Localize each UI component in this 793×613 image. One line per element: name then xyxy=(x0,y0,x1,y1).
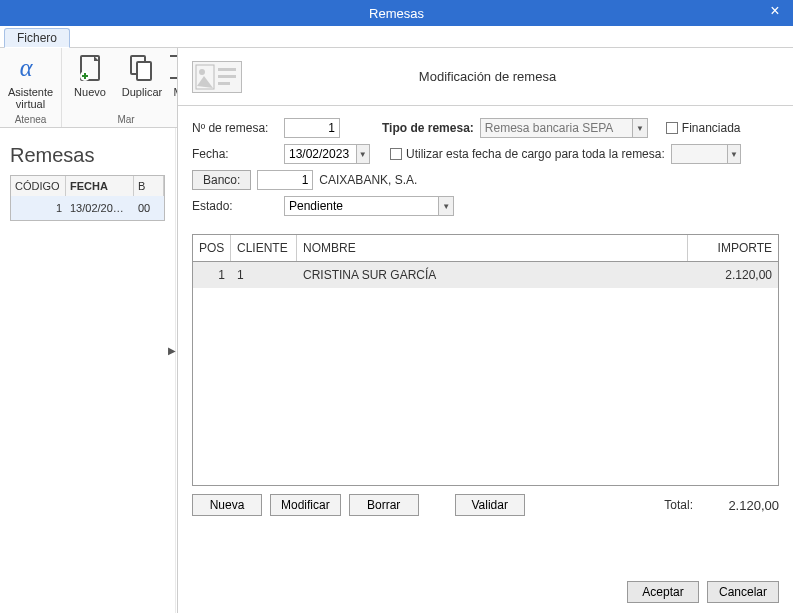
banco-name: CAIXABANK, S.A. xyxy=(319,173,417,187)
left-panel: Remesas CÓDIGO FECHA B 1 13/02/20… 00 xyxy=(0,128,176,613)
menu-tab-bar: Fichero xyxy=(0,26,793,48)
left-grid[interactable]: CÓDIGO FECHA B 1 13/02/20… 00 xyxy=(10,175,165,221)
window-title: Remesas xyxy=(369,6,424,21)
assistant-label: Asistente virtual xyxy=(8,86,53,110)
ribbon-group-atenea: Atenea xyxy=(15,114,47,125)
dialog-title: Modificación de remesa xyxy=(256,69,719,84)
cell-fecha: 13/02/20… xyxy=(66,196,134,220)
expand-handle-icon[interactable]: ▶ xyxy=(168,345,176,356)
edit-remesa-dialog: Modificación de remesa Nº de remesa: Tip… xyxy=(177,48,793,613)
nueva-button[interactable]: Nueva xyxy=(192,494,262,516)
usar-fecha-checkbox[interactable]: Utilizar esta fecha de cargo para toda l… xyxy=(390,147,665,161)
num-remesa-label: Nº de remesa: xyxy=(192,121,278,135)
total-label: Total: xyxy=(664,498,693,512)
checkbox-icon[interactable] xyxy=(666,122,678,134)
usar-fecha-label: Utilizar esta fecha de cargo para toda l… xyxy=(406,147,665,161)
new-doc-icon xyxy=(74,52,106,84)
alpha-icon: α xyxy=(15,52,47,84)
cell-pos: 1 xyxy=(193,262,231,288)
tipo-remesa-label: Tipo de remesa: xyxy=(382,121,474,135)
fecha-cargo-input[interactable] xyxy=(672,145,727,163)
dialog-thumb-icon xyxy=(192,61,242,93)
col-fecha[interactable]: FECHA xyxy=(66,176,134,196)
dialog-form: Nº de remesa: Tipo de remesa: ▼ Financia… xyxy=(178,106,793,226)
fecha-input[interactable] xyxy=(285,145,356,163)
num-remesa-input[interactable] xyxy=(284,118,340,138)
banco-code-input[interactable] xyxy=(257,170,313,190)
svg-rect-9 xyxy=(218,75,236,78)
cell-cliente: 1 xyxy=(231,262,297,288)
cell-importe: 2.120,00 xyxy=(688,262,778,288)
cell-codigo: 1 xyxy=(11,196,66,220)
cell-b: 00 xyxy=(134,196,164,220)
chevron-down-icon[interactable]: ▼ xyxy=(727,145,740,163)
col-codigo[interactable]: CÓDIGO xyxy=(11,176,66,196)
fecha-label: Fecha: xyxy=(192,147,278,161)
total-value: 2.120,00 xyxy=(709,498,779,513)
tipo-remesa-select[interactable] xyxy=(481,119,632,137)
aceptar-button[interactable]: Aceptar xyxy=(627,581,699,603)
window-titlebar: Remesas × xyxy=(0,0,793,26)
col-pos[interactable]: POS xyxy=(193,235,231,261)
chevron-down-icon[interactable]: ▼ xyxy=(356,145,369,163)
cell-nombre: CRISTINA SUR GARCÍA xyxy=(297,262,688,288)
left-grid-row[interactable]: 1 13/02/20… 00 xyxy=(11,196,164,220)
validar-button[interactable]: Validar xyxy=(455,494,525,516)
svg-text:α: α xyxy=(19,54,33,81)
detail-grid[interactable]: POS CLIENTE NOMBRE IMPORTE 1 1 CRISTINA … xyxy=(192,234,779,486)
nuevo-button[interactable]: Nuevo xyxy=(66,52,114,98)
tab-fichero[interactable]: Fichero xyxy=(4,28,70,48)
svg-rect-10 xyxy=(218,82,230,85)
svg-rect-4 xyxy=(137,62,151,80)
nuevo-label: Nuevo xyxy=(74,86,106,98)
estado-select[interactable] xyxy=(285,197,438,215)
svg-rect-8 xyxy=(218,68,236,71)
estado-label: Estado: xyxy=(192,199,278,213)
financiada-label: Financiada xyxy=(682,121,741,135)
col-nombre[interactable]: NOMBRE xyxy=(297,235,688,261)
col-b[interactable]: B xyxy=(134,176,164,196)
modificar-button[interactable]: Modificar xyxy=(270,494,341,516)
duplicar-label: Duplicar xyxy=(122,86,162,98)
cancelar-button[interactable]: Cancelar xyxy=(707,581,779,603)
banco-button[interactable]: Banco: xyxy=(192,170,251,190)
financiada-checkbox[interactable]: Financiada xyxy=(666,121,741,135)
page-heading: Remesas xyxy=(10,144,165,167)
col-cliente[interactable]: CLIENTE xyxy=(231,235,297,261)
borrar-button[interactable]: Borrar xyxy=(349,494,419,516)
assistant-button[interactable]: α Asistente virtual xyxy=(7,52,55,110)
grid-row[interactable]: 1 1 CRISTINA SUR GARCÍA 2.120,00 xyxy=(193,262,778,288)
chevron-down-icon[interactable]: ▼ xyxy=(438,197,453,215)
duplicate-icon xyxy=(126,52,158,84)
chevron-down-icon[interactable]: ▼ xyxy=(632,119,647,137)
ribbon-group-mantenimiento: Mar xyxy=(117,114,134,125)
duplicar-button[interactable]: Duplicar xyxy=(118,52,166,98)
svg-point-7 xyxy=(199,69,205,75)
close-icon[interactable]: × xyxy=(765,2,785,20)
col-importe[interactable]: IMPORTE xyxy=(688,235,778,261)
checkbox-icon[interactable] xyxy=(390,148,402,160)
